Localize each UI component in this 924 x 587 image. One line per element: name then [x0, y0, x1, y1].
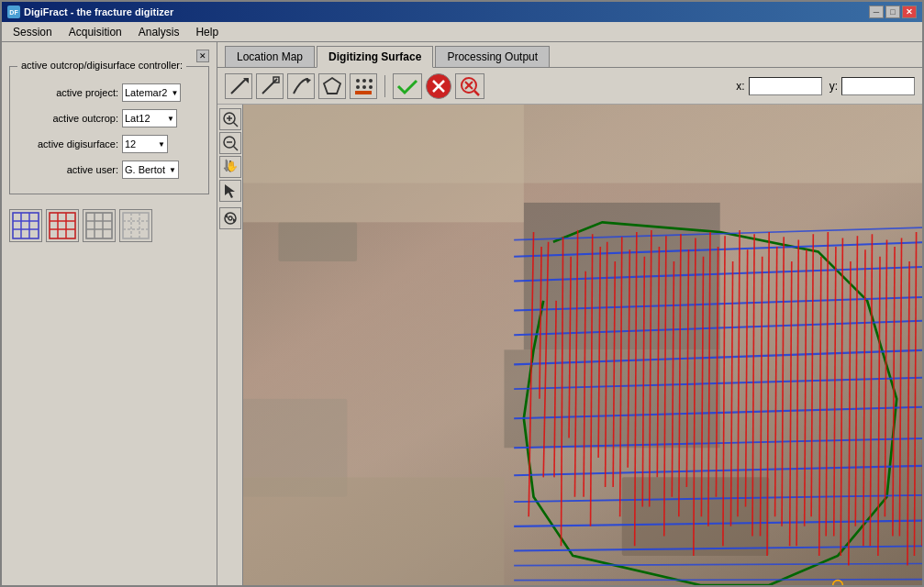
svg-rect-36: [355, 91, 372, 94]
svg-rect-18: [123, 213, 149, 238]
active-outcrop-row: active outcrop: Lat12 ▼: [17, 109, 201, 127]
svg-point-30: [356, 79, 360, 83]
tab-processing-output[interactable]: Processing Output: [435, 46, 550, 67]
menu-acquisition[interactable]: Acquisition: [61, 24, 129, 40]
canvas-left-toolbar: ✋: [217, 105, 243, 585]
line-draw-tool[interactable]: [225, 73, 252, 99]
cancel-action-button[interactable]: [426, 73, 451, 99]
canvas-viewport: ✋: [217, 105, 922, 585]
svg-text:✋: ✋: [226, 160, 239, 172]
svg-rect-12: [86, 213, 112, 238]
panel-close-button[interactable]: ✕: [196, 50, 209, 62]
menu-help[interactable]: Help: [188, 24, 226, 40]
select-arrow-digisurface: ▼: [158, 140, 165, 149]
svg-rect-23: [123, 213, 149, 238]
tab-digitizing-surface[interactable]: Digitizing Surface: [317, 46, 433, 68]
active-user-value: G. Bertot: [125, 164, 165, 175]
tab-location-map[interactable]: Location Map: [225, 46, 315, 67]
svg-point-53: [228, 216, 232, 220]
app-icon: DF: [7, 6, 20, 18]
svg-line-81: [514, 580, 922, 581]
coord-display: x: y:: [736, 77, 915, 95]
app-window: DF DigiFract - the fracture digitizer ─ …: [0, 0, 924, 587]
svg-rect-61: [278, 222, 357, 261]
svg-line-40: [474, 91, 479, 95]
confirm-action-button[interactable]: [393, 73, 422, 99]
active-project-row: active project: Latemar2 ▼: [17, 83, 201, 102]
canvas-zoom-out-btn[interactable]: [219, 132, 241, 154]
svg-rect-5: [13, 213, 39, 238]
drawing-toolbar: x: y:: [217, 68, 922, 105]
snap-line-tool[interactable]: [256, 73, 284, 99]
active-project-label: active project:: [17, 87, 118, 98]
active-digisurface-select[interactable]: 12 ▼: [122, 135, 168, 153]
minimize-button[interactable]: ─: [869, 6, 884, 18]
svg-point-34: [362, 85, 366, 89]
menu-session[interactable]: Session: [6, 24, 60, 40]
window-title: DigiFract - the fracture digitizer: [24, 6, 173, 17]
svg-rect-6: [50, 213, 75, 238]
y-coord-box: [841, 77, 915, 95]
active-outcrop-value: Lat12: [125, 113, 150, 124]
delete-zoom-button[interactable]: [455, 73, 484, 99]
select-arrow-project: ▼: [171, 89, 178, 97]
fracture-canvas[interactable]: [243, 105, 922, 585]
svg-rect-63: [622, 477, 769, 556]
grid-icon-red[interactable]: [46, 209, 79, 242]
right-panel: Location Map Digitizing Surface Processi…: [217, 42, 922, 585]
canvas-zoom-in-btn[interactable]: [219, 108, 241, 130]
svg-rect-0: [13, 213, 39, 238]
active-digisurface-value: 12: [125, 138, 136, 150]
active-outcrop-select[interactable]: Lat12 ▼: [122, 109, 177, 127]
canvas-area: ✋: [217, 105, 922, 585]
svg-line-48: [233, 147, 238, 151]
svg-point-31: [362, 79, 366, 83]
left-panel: ✕ active outcrop/digisurface controller:…: [2, 42, 217, 585]
svg-point-52: [225, 213, 236, 224]
canvas-pan-btn[interactable]: ✋: [219, 156, 241, 178]
x-label: x:: [736, 80, 744, 93]
y-label: y:: [829, 80, 838, 93]
polygon-tool[interactable]: [318, 73, 346, 99]
grid-icon-gray1[interactable]: [83, 209, 116, 242]
active-user-row: active user: G. Bertot ▼: [17, 161, 201, 179]
canvas-select-btn[interactable]: [219, 180, 241, 202]
svg-point-35: [369, 85, 373, 89]
x-coord-field: x:: [736, 77, 821, 95]
maximize-button[interactable]: □: [885, 6, 900, 18]
y-coord-field: y:: [829, 77, 915, 95]
close-button[interactable]: ✕: [902, 6, 917, 18]
active-outcrop-label: active outcrop:: [17, 113, 118, 124]
active-digisurface-label: active digisurface:: [17, 138, 118, 150]
svg-line-26: [262, 79, 277, 94]
svg-rect-11: [50, 213, 75, 238]
svg-point-33: [356, 85, 360, 89]
fracture-svg: [243, 105, 922, 585]
x-coord-box: [749, 77, 822, 95]
active-project-value: Latemar2: [125, 87, 167, 98]
grid-icon-blue[interactable]: [9, 209, 42, 242]
tabs-area: Location Map Digitizing Surface Processi…: [217, 42, 922, 68]
curve-tool[interactable]: [287, 73, 315, 99]
svg-marker-29: [324, 78, 340, 94]
svg-marker-51: [225, 184, 235, 198]
svg-line-44: [233, 123, 238, 127]
active-user-select[interactable]: G. Bertot ▼: [122, 161, 179, 179]
menu-analysis[interactable]: Analysis: [131, 24, 187, 40]
icon-grid: [9, 209, 209, 242]
active-digisurface-row: active digisurface: 12 ▼: [17, 135, 201, 153]
toolbar-separator-1: [384, 75, 385, 97]
controller-box: active outcrop/digisurface controller: a…: [9, 66, 209, 194]
active-user-label: active user:: [17, 164, 118, 175]
points-tool[interactable]: [350, 73, 377, 99]
select-arrow-user: ▼: [169, 166, 176, 174]
active-project-select[interactable]: Latemar2 ▼: [122, 83, 181, 102]
menu-bar: Session Acquisition Analysis Help: [2, 22, 922, 42]
canvas-rotate-btn[interactable]: [219, 207, 241, 229]
controller-legend: active outcrop/digisurface controller:: [17, 60, 186, 71]
grid-icon-gray2[interactable]: [119, 209, 152, 242]
svg-point-32: [369, 79, 373, 83]
svg-rect-66: [243, 477, 504, 585]
svg-rect-65: [243, 105, 524, 222]
svg-line-24: [231, 79, 246, 94]
